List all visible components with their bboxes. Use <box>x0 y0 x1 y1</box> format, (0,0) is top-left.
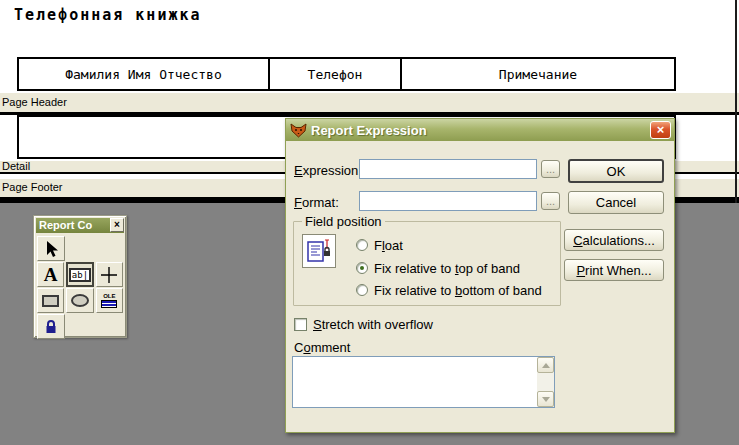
radio-fix-top-label: Fix relative to top of band <box>374 261 520 276</box>
close-icon: × <box>657 122 665 137</box>
band-bar-page-header[interactable]: Page Header <box>0 93 739 115</box>
close-icon: × <box>114 219 120 230</box>
label-tool-button[interactable]: A <box>37 262 64 287</box>
expression-input[interactable] <box>359 159 537 179</box>
field-position-legend: Field position <box>302 214 385 229</box>
column-header-phone[interactable]: Телефон <box>270 59 402 89</box>
scroll-up-button[interactable] <box>537 357 554 373</box>
pointer-tool-button[interactable] <box>37 236 65 261</box>
format-label: Format: <box>294 195 339 210</box>
report-controls-toolbar: Report Co × A ab| <box>33 215 127 338</box>
field-position-group: Field position Float Fix relative to top… <box>293 221 561 306</box>
report-designer: Телефонная книжка Фамилия Имя Отчество Т… <box>0 0 739 445</box>
rounded-rectangle-icon <box>71 294 89 307</box>
page-right-margin-line <box>735 0 737 203</box>
toolbar-buttons: A ab| <box>34 235 126 341</box>
ok-button[interactable]: OK <box>568 159 664 183</box>
radio-circle <box>356 239 368 251</box>
field-icon: ab| <box>69 268 91 282</box>
arrow-down-icon <box>542 397 550 402</box>
ole-icon: OLE <box>101 293 117 308</box>
button-lock-tool-button[interactable] <box>37 314 65 339</box>
expression-browse-button[interactable]: ... <box>541 160 560 178</box>
report-controls-close-button[interactable]: × <box>110 218 124 232</box>
stretch-with-overflow-checkbox[interactable] <box>294 318 307 331</box>
picture-ole-tool-button[interactable]: OLE <box>96 288 123 313</box>
radio-float-label: Float <box>374 238 403 253</box>
line-icon <box>100 266 118 284</box>
line-tool-button[interactable] <box>96 262 123 287</box>
print-when-button[interactable]: Print When... <box>564 259 664 281</box>
comment-label: Comment <box>294 340 350 355</box>
report-expression-dialog: Report Expression × Expression: ... OK F… <box>285 118 675 433</box>
format-browse-button[interactable]: ... <box>541 192 560 210</box>
dialog-title: Report Expression <box>311 123 427 138</box>
expression-label: Expression: <box>294 163 362 178</box>
radio-circle <box>356 262 368 274</box>
field-tool-button[interactable]: ab| <box>66 262 93 287</box>
arrow-up-icon <box>542 363 550 368</box>
pointer-icon <box>43 240 59 258</box>
field-position-icon <box>302 234 336 268</box>
comment-scrollbar[interactable] <box>537 357 554 407</box>
report-controls-title: Report Co <box>39 219 92 231</box>
calculations-button[interactable]: Calculations... <box>564 229 664 251</box>
label-icon: A <box>44 265 58 284</box>
rounded-rectangle-tool-button[interactable] <box>66 288 93 313</box>
radio-fix-bottom[interactable]: Fix relative to bottom of band <box>356 283 542 297</box>
rectangle-tool-button[interactable] <box>37 288 64 313</box>
report-header-table[interactable]: Фамилия Имя Отчество Телефон Примечание <box>17 57 676 91</box>
radio-fix-top[interactable]: Fix relative to top of band <box>356 261 520 275</box>
radio-circle <box>356 284 368 296</box>
stretch-with-overflow-label: Stretch with overflow <box>313 317 433 332</box>
column-header-note[interactable]: Примечание <box>402 59 674 89</box>
comment-box <box>292 356 555 408</box>
radio-float[interactable]: Float <box>356 238 403 252</box>
rectangle-icon <box>42 295 59 307</box>
dialog-titlebar[interactable]: Report Expression × <box>286 119 674 141</box>
foxpro-icon <box>290 123 307 138</box>
column-header-fio[interactable]: Фамилия Имя Отчество <box>19 59 270 89</box>
dialog-close-button[interactable]: × <box>650 121 671 139</box>
report-controls-titlebar[interactable]: Report Co × <box>36 218 124 233</box>
report-title-label[interactable]: Телефонная книжка <box>14 6 202 24</box>
lock-icon <box>44 319 58 335</box>
comment-textarea[interactable] <box>293 357 537 407</box>
cancel-button[interactable]: Cancel <box>568 191 664 214</box>
scroll-down-button[interactable] <box>537 391 554 407</box>
format-input[interactable] <box>359 191 537 211</box>
radio-fix-bottom-label: Fix relative to bottom of band <box>374 283 542 298</box>
